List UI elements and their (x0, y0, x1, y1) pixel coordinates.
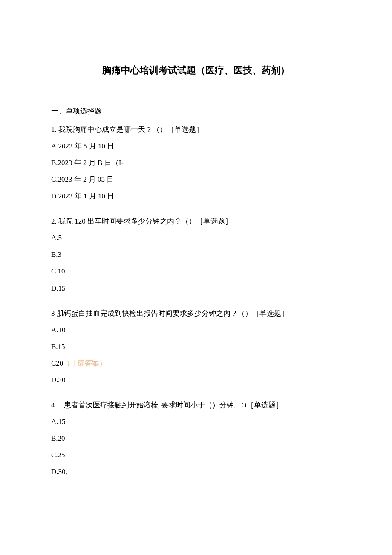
option-c: C.2023 年 2 月 05 日 (51, 171, 341, 188)
option-d: D.30; (51, 463, 341, 480)
document-page: 胸痛中心培训考试试题（医疗、医技、药剂） 一、单项选择题 1. 我院胸痛中心成立… (0, 0, 392, 555)
section-heading: 一、单项选择题 (51, 103, 341, 119)
question-stem: 2. 我院 120 出车时间要求多少分钟之内？（）［单选题］ (51, 213, 341, 230)
option-d: D.15 (51, 280, 341, 296)
option-a: A.10 (51, 322, 341, 338)
page-title: 胸痛中心培训考试试题（医疗、医技、药剂） (51, 60, 341, 81)
question-2: 2. 我院 120 出车时间要求多少分钟之内？（）［单选题］ A.5 B.3 C… (51, 213, 341, 296)
option-c: C.10 (51, 263, 341, 279)
option-a: A.15 (51, 413, 341, 430)
option-c: C20（正确答案） (51, 355, 341, 372)
correct-answer-label: （正确答案） (63, 359, 107, 367)
option-a: A.5 (51, 230, 341, 246)
option-b: B.15 (51, 338, 341, 355)
option-a: A.2023 年 5 月 10 日 (51, 138, 341, 154)
question-stem: 1. 我院胸痛中心成立是哪一天？（）［单选题］ (51, 121, 341, 138)
option-b: B.3 (51, 246, 341, 263)
option-b: B.20 (51, 430, 341, 447)
question-1: 1. 我院胸痛中心成立是哪一天？（）［单选题］ A.2023 年 5 月 10 … (51, 121, 341, 204)
option-c-prefix: C20 (51, 359, 63, 367)
question-stem: 3 肌钙蛋白抽血完成到快检出报告时间要求多少分钟之内？（）［单选题］ (51, 305, 341, 322)
option-b: B.2023 年 2 月 B 日（I- (51, 154, 341, 171)
option-c: C.25 (51, 447, 341, 463)
question-stem: 4 ．患者首次医疗接触到开始溶栓, 要求时间小于（）分钟。O［单选题］ (51, 397, 341, 413)
option-d: D.30 (51, 372, 341, 388)
question-4: 4 ．患者首次医疗接触到开始溶栓, 要求时间小于（）分钟。O［单选题］ A.15… (51, 397, 341, 480)
question-3: 3 肌钙蛋白抽血完成到快检出报告时间要求多少分钟之内？（）［单选题］ A.10 … (51, 305, 341, 388)
option-d: D.2023 年 1 月 10 日 (51, 188, 341, 204)
